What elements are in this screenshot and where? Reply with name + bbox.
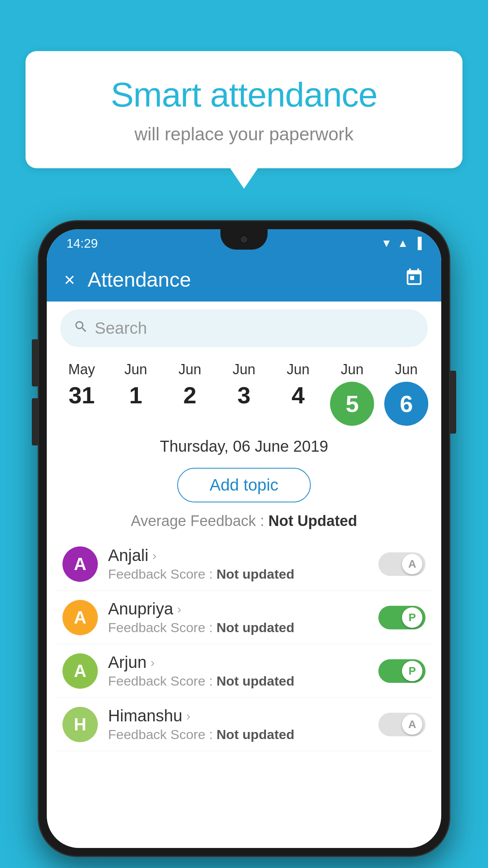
date-day-jun3: 3 <box>237 382 250 409</box>
date-month-jun6: Jun <box>395 361 418 378</box>
volume-up-button <box>32 339 38 386</box>
avatar: A <box>62 546 98 582</box>
date-col-jun6[interactable]: Jun 6 <box>383 361 430 426</box>
student-info: Anupriya › Feedback Score : Not updated <box>108 600 368 635</box>
toggle-knob: A <box>402 714 422 735</box>
signal-icon: ▲ <box>397 237 408 250</box>
speech-bubble: Smart attendance will replace your paper… <box>26 51 462 168</box>
student-info: Himanshu › Feedback Score : Not updated <box>108 706 368 742</box>
avatar: A <box>62 600 98 635</box>
status-bar: 14:29 ▼ ▲ ▐ <box>47 229 441 257</box>
student-info: Anjali › Feedback Score : Not updated <box>108 546 368 582</box>
date-month-jun2: Jun <box>178 361 201 378</box>
student-list: A Anjali › Feedback Score : Not updated <box>47 537 441 751</box>
student-feedback: Feedback Score : Not updated <box>108 673 368 689</box>
date-month-may31: May <box>68 361 95 378</box>
date-day-jun2: 2 <box>183 382 196 409</box>
selected-date-section: Thursday, 06 June 2019 <box>47 426 441 461</box>
header-title: Attendance <box>88 268 404 291</box>
app-header: × Attendance <box>47 257 441 302</box>
student-feedback: Feedback Score : Not updated <box>108 566 368 582</box>
add-topic-section: Add topic <box>47 468 441 502</box>
date-month-jun1: Jun <box>125 361 147 378</box>
date-month-jun4: Jun <box>287 361 310 378</box>
avg-feedback-label: Average Feedback : <box>131 513 264 529</box>
phone-container: 14:29 ▼ ▲ ▐ × Attendance <box>38 220 450 857</box>
status-time: 14:29 <box>66 236 98 251</box>
phone-screen: 14:29 ▼ ▲ ▐ × Attendance <box>47 229 441 848</box>
date-day-jun1: 1 <box>129 382 142 409</box>
power-button <box>450 371 456 434</box>
avg-feedback: Average Feedback : Not Updated <box>47 509 441 537</box>
date-day-jun6: 6 <box>400 390 413 417</box>
student-name[interactable]: Anupriya › <box>108 600 368 618</box>
wifi-icon: ▼ <box>381 237 392 250</box>
search-bar[interactable]: Search <box>60 309 428 347</box>
date-month-jun5: Jun <box>341 361 363 378</box>
avatar: A <box>62 653 98 689</box>
toggle-container[interactable]: A <box>378 713 426 736</box>
attendance-toggle-on[interactable]: P <box>378 659 426 683</box>
toggle-container[interactable]: P <box>378 659 426 683</box>
list-item: A Arjun › Feedback Score : Not updated <box>55 644 433 698</box>
battery-icon: ▐ <box>414 237 422 250</box>
student-name[interactable]: Anjali › <box>108 546 368 565</box>
student-name[interactable]: Arjun › <box>108 653 368 672</box>
list-item: A Anjali › Feedback Score : Not updated <box>55 537 433 591</box>
avg-feedback-value: Not Updated <box>268 513 357 529</box>
date-day-jun4: 4 <box>292 382 305 409</box>
toggle-container[interactable]: P <box>378 606 426 629</box>
search-placeholder: Search <box>95 319 147 338</box>
search-icon <box>73 319 88 338</box>
date-col-jun4[interactable]: Jun 4 <box>275 361 322 409</box>
date-circle-jun5: 5 <box>330 382 374 426</box>
date-col-jun5[interactable]: Jun 5 <box>328 361 376 426</box>
volume-down-button <box>32 398 38 445</box>
student-info: Arjun › Feedback Score : Not updated <box>108 653 368 689</box>
attendance-toggle-on[interactable]: P <box>378 606 426 629</box>
chevron-right-icon: › <box>177 602 182 616</box>
close-button[interactable]: × <box>64 269 75 291</box>
toggle-knob: P <box>402 607 422 628</box>
date-day-may31: 31 <box>68 382 95 409</box>
date-col-jun2[interactable]: Jun 2 <box>166 361 213 409</box>
toggle-container[interactable]: A <box>378 552 426 576</box>
status-icons: ▼ ▲ ▐ <box>381 237 422 250</box>
student-feedback: Feedback Score : Not updated <box>108 727 368 742</box>
notch <box>220 229 268 250</box>
toggle-knob: P <box>402 661 422 681</box>
selected-date-text: Thursday, 06 June 2019 <box>160 438 328 455</box>
phone-body: 14:29 ▼ ▲ ▐ × Attendance <box>38 220 450 857</box>
attendance-toggle-off[interactable]: A <box>378 713 426 736</box>
toggle-knob: A <box>402 554 422 574</box>
date-circle-jun6: 6 <box>384 382 428 426</box>
chevron-right-icon: › <box>150 655 155 670</box>
speech-bubble-container: Smart attendance will replace your paper… <box>26 51 462 168</box>
date-col-jun1[interactable]: Jun 1 <box>112 361 160 409</box>
speech-bubble-title: Smart attendance <box>57 75 431 115</box>
attendance-toggle-off[interactable]: A <box>378 552 426 576</box>
speech-bubble-subtitle: will replace your paperwork <box>57 123 431 145</box>
list-item: A Anupriya › Feedback Score : Not update… <box>55 591 433 644</box>
chevron-right-icon: › <box>186 709 191 723</box>
list-item: H Himanshu › Feedback Score : Not update… <box>55 698 433 751</box>
date-strip: May 31 Jun 1 Jun 2 Jun 3 <box>47 355 441 426</box>
notch-camera <box>240 235 248 244</box>
student-feedback: Feedback Score : Not updated <box>108 620 368 635</box>
add-topic-button[interactable]: Add topic <box>177 468 310 502</box>
date-col-jun3[interactable]: Jun 3 <box>220 361 268 409</box>
date-month-jun3: Jun <box>233 361 255 378</box>
calendar-icon[interactable] <box>404 268 424 292</box>
avatar: H <box>62 707 98 742</box>
date-col-may31[interactable]: May 31 <box>58 361 105 409</box>
date-day-jun5: 5 <box>346 390 359 417</box>
chevron-right-icon: › <box>152 548 157 563</box>
student-name[interactable]: Himanshu › <box>108 706 368 725</box>
